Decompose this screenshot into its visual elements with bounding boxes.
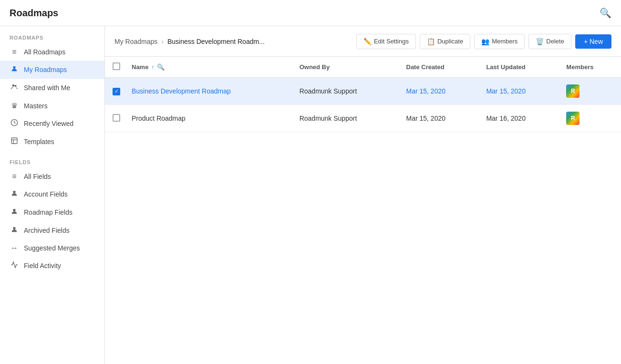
sidebar-item-label: Roadmap Fields [24,208,72,216]
sidebar-item-all-roadmaps[interactable]: ≡ All Roadmaps [0,43,104,61]
header-name: Name ↑ 🔍 [124,57,292,78]
svg-point-0 [13,66,15,69]
date-created-link[interactable]: Mar 15, 2020 [406,87,446,95]
svg-rect-4 [11,138,17,144]
action-buttons: ✏️ Edit Settings 📋 Duplicate 👥 Members 🗑… [356,34,611,49]
row-checkbox[interactable]: ✓ [113,88,120,95]
person-icon [10,189,19,199]
sidebar-item-field-activity[interactable]: Field Activity [0,257,104,275]
header-members: Members [559,57,621,78]
sidebar-item-all-fields[interactable]: ≡ All Fields [0,168,104,185]
member-avatar: R [566,112,580,125]
sidebar-item-account-fields[interactable]: Account Fields [0,185,104,203]
duplicate-button[interactable]: 📋 Duplicate [420,34,470,49]
person-icon [10,208,19,217]
date-created-value: Mar 15, 2020 [406,114,446,122]
sidebar-item-label: All Fields [24,173,51,180]
person-icon [10,226,19,235]
list-icon: ≡ [10,172,19,181]
svg-point-7 [13,191,15,193]
sidebar-item-archived-fields[interactable]: Archived Fields [0,221,104,239]
clock-icon [10,119,19,128]
roadmap-name-link[interactable]: Business Development Roadmap [132,87,231,95]
list-icon: ≡ [10,48,19,56]
sidebar: ROADMAPS ≡ All Roadmaps My Roadmaps Shar… [0,26,105,364]
row-checkbox-cell [105,105,124,132]
row-date-created-cell: Mar 15, 2020 [399,78,479,105]
sidebar-item-shared-with-me[interactable]: Shared with Me [0,79,104,97]
pencil-icon: ✏️ [363,38,372,45]
sidebar-item-masters[interactable]: ♛ Masters [0,97,104,114]
header-owned-by: Owned By [292,57,399,78]
sidebar-item-label: All Roadmaps [24,48,65,56]
activity-icon [10,261,19,270]
main-layout: ROADMAPS ≡ All Roadmaps My Roadmaps Shar… [0,26,621,364]
svg-point-2 [15,85,17,87]
sidebar-item-label: Suggested Merges [24,244,80,252]
roadmaps-section-label: ROADMAPS [0,26,104,43]
new-label: + New [584,38,603,45]
breadcrumb-parent[interactable]: My Roadmaps [114,38,157,45]
table-row[interactable]: Product Roadmap Roadmunk Support Mar 15,… [105,105,621,132]
row-owned-by-cell: Roadmunk Support [292,78,399,105]
sidebar-item-label: My Roadmaps [24,66,67,73]
duplicate-label: Duplicate [437,38,463,45]
top-header: Roadmaps 🔍 [0,0,621,26]
people-icon [10,83,19,93]
sidebar-item-roadmap-fields[interactable]: Roadmap Fields [0,203,104,221]
copy-icon: 📋 [427,38,435,45]
app-title: Roadmaps [10,8,58,19]
template-icon [10,137,19,146]
crown-icon: ♛ [10,101,19,110]
sidebar-item-label: Shared with Me [24,84,70,92]
table-container: Name ↑ 🔍 Owned By Date Created Last Upda… [105,57,621,364]
last-updated-link[interactable]: Mar 15, 2020 [486,87,526,95]
sidebar-item-label: Account Fields [24,190,68,198]
name-column-label: Name [132,63,148,71]
last-updated-value: Mar 16, 2020 [486,114,526,122]
members-label: Members [492,38,518,45]
row-last-updated-cell: Mar 15, 2020 [478,78,559,105]
sidebar-item-label: Masters [24,102,48,110]
person-icon [10,65,19,74]
sidebar-item-label: Recently Viewed [24,120,73,127]
delete-button[interactable]: 🗑️ Delete [528,34,571,49]
sidebar-item-label: Archived Fields [24,227,70,234]
select-all-checkbox[interactable] [113,62,120,70]
owned-by-value: Roadmunk Support [300,114,357,122]
row-checkbox[interactable] [113,114,120,122]
sidebar-item-recently-viewed[interactable]: Recently Viewed [0,114,104,133]
sidebar-item-suggested-merges[interactable]: ↔ Suggested Merges [0,239,104,257]
delete-label: Delete [546,38,564,45]
sidebar-item-templates[interactable]: Templates [0,133,104,151]
members-button[interactable]: 👥 Members [474,34,525,49]
breadcrumb: My Roadmaps › Business Development Roadm… [114,38,265,45]
action-bar: My Roadmaps › Business Development Roadm… [105,26,621,57]
row-members-cell: R [559,78,621,105]
column-search-icon[interactable]: 🔍 [157,63,165,71]
edit-settings-button[interactable]: ✏️ Edit Settings [356,34,416,49]
member-avatar: R [566,84,580,98]
people-icon: 👥 [481,38,489,45]
header-checkbox-cell [105,57,124,78]
table-row[interactable]: ✓ Business Development Roadmap Roadmunk … [105,78,621,105]
svg-point-9 [13,227,15,229]
content-area: My Roadmaps › Business Development Roadm… [105,26,621,364]
merge-icon: ↔ [10,244,19,252]
roadmaps-table: Name ↑ 🔍 Owned By Date Created Last Upda… [105,57,621,132]
global-search-button[interactable]: 🔍 [600,7,611,19]
row-name-cell: Product Roadmap [124,105,292,132]
svg-point-8 [13,209,15,211]
roadmap-name: Product Roadmap [132,114,186,122]
header-date-created: Date Created [399,57,479,78]
edit-settings-label: Edit Settings [374,38,409,45]
sidebar-item-label: Templates [24,138,54,146]
table-header-row: Name ↑ 🔍 Owned By Date Created Last Upda… [105,57,621,78]
sidebar-item-label: Field Activity [24,262,61,270]
sidebar-item-my-roadmaps[interactable]: My Roadmaps [0,61,104,79]
row-date-created-cell: Mar 15, 2020 [399,105,479,132]
new-button[interactable]: + New [575,34,611,49]
row-last-updated-cell: Mar 16, 2020 [478,105,559,132]
breadcrumb-separator: › [161,38,164,45]
sort-asc-icon[interactable]: ↑ [151,64,154,71]
